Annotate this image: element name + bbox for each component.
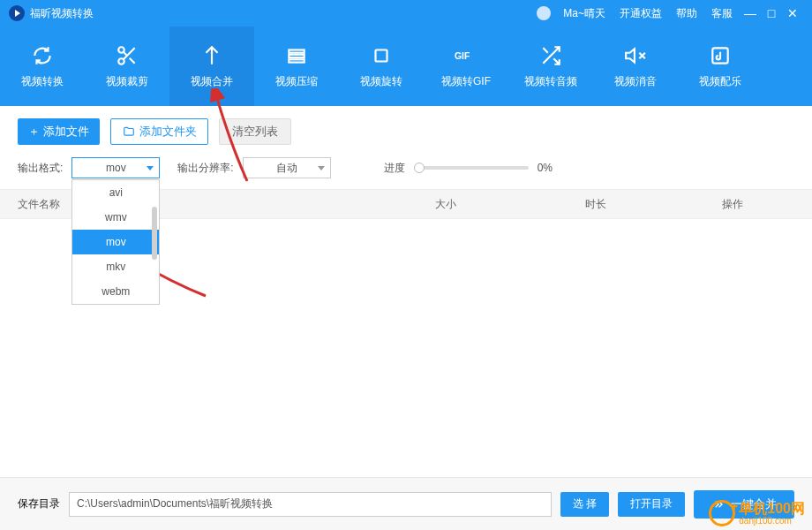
compress-icon xyxy=(285,44,308,67)
merge-icon xyxy=(200,44,223,67)
tab-gif[interactable]: GIF 视频转GIF xyxy=(424,26,508,106)
add-folder-button[interactable]: 添加文件夹 xyxy=(110,118,208,145)
resolution-label: 输出分辨率: xyxy=(177,161,233,176)
avatar[interactable] xyxy=(537,6,551,20)
chevron-down-icon xyxy=(147,166,154,170)
minimize-button[interactable]: — xyxy=(740,6,761,20)
option-mov[interactable]: mov xyxy=(72,230,159,254)
add-file-button[interactable]: ＋ 添加文件 xyxy=(18,118,100,145)
svg-rect-5 xyxy=(376,49,387,61)
shuffle-icon xyxy=(539,44,562,67)
choose-button[interactable]: 选 择 xyxy=(560,492,609,517)
tab-convert[interactable]: 视频转换 xyxy=(0,26,85,106)
clear-list-button[interactable]: 清空列表 xyxy=(219,118,291,145)
col-duration: 时长 xyxy=(521,197,671,212)
select-value: 自动 xyxy=(276,161,297,176)
open-dir-button[interactable]: 打开目录 xyxy=(618,492,685,517)
tab-music[interactable]: 视频配乐 xyxy=(678,26,763,106)
maximize-button[interactable]: □ xyxy=(761,6,782,20)
tab-rotate[interactable]: 视频旋转 xyxy=(339,26,424,106)
tab-label: 视频转GIF xyxy=(441,74,491,89)
format-select[interactable]: mov avi wmv mov mkv webm xyxy=(71,157,160,178)
watermark-icon xyxy=(709,500,735,526)
save-dir-label: 保存目录 xyxy=(18,496,60,511)
button-label: 添加文件夹 xyxy=(139,124,197,140)
col-filename: 文件名称 xyxy=(18,197,371,212)
plus-icon: ＋ xyxy=(28,124,40,140)
main-toolbar: 视频转换 视频裁剪 视频合并 视频压缩 视频旋转 GIF 视频转GIF 视频转音… xyxy=(0,26,812,106)
svg-rect-4 xyxy=(289,59,304,62)
option-avi[interactable]: avi xyxy=(72,180,159,205)
button-label: 添加文件 xyxy=(43,124,89,140)
tab-label: 视频压缩 xyxy=(275,74,318,89)
svg-text:GIF: GIF xyxy=(455,50,470,60)
chevron-down-icon xyxy=(318,166,325,170)
gif-icon: GIF xyxy=(455,44,477,67)
titlebar: 福昕视频转换 Ma~晴天 开通权益 帮助 客服 — □ ✕ xyxy=(0,0,812,26)
tab-label: 视频合并 xyxy=(191,74,233,89)
watermark-url: danji100.com xyxy=(739,516,805,526)
select-value: mov xyxy=(106,162,126,174)
app-logo-icon xyxy=(9,5,25,21)
watermark-text: 单机100网 xyxy=(739,502,805,516)
scissors-icon xyxy=(116,44,139,67)
link-help[interactable]: 帮助 xyxy=(676,6,697,21)
link-vip[interactable]: 开通权益 xyxy=(620,6,662,21)
params-row: 输出格式: mov avi wmv mov mkv webm 输出分辨率: 自动… xyxy=(0,157,812,189)
tab-label: 视频裁剪 xyxy=(106,74,148,89)
refresh-icon xyxy=(31,44,54,67)
tab-crop[interactable]: 视频裁剪 xyxy=(85,26,169,106)
slider-thumb[interactable] xyxy=(414,163,425,173)
progress-group: 进度 0% xyxy=(384,161,553,176)
format-label: 输出格式: xyxy=(18,161,63,176)
tab-label: 视频旋转 xyxy=(360,74,402,89)
tab-label: 视频转音频 xyxy=(524,74,577,89)
mute-icon xyxy=(624,44,647,67)
watermark: 单机100网 danji100.com xyxy=(709,500,805,526)
resolution-select[interactable]: 自动 xyxy=(243,157,331,178)
music-icon xyxy=(709,44,732,67)
app-title: 福昕视频转换 xyxy=(30,6,94,21)
tab-compress[interactable]: 视频压缩 xyxy=(254,26,339,106)
dropdown-scrollbar[interactable] xyxy=(152,207,157,260)
username[interactable]: Ma~晴天 xyxy=(563,6,605,21)
tab-label: 视频消音 xyxy=(614,74,657,89)
col-operation: 操作 xyxy=(671,197,794,212)
action-bar: ＋ 添加文件 添加文件夹 清空列表 xyxy=(0,106,812,157)
footer-bar: 保存目录 选 择 打开目录 一键合并 xyxy=(0,477,812,530)
progress-label: 进度 xyxy=(384,161,405,176)
format-dropdown: avi wmv mov mkv webm xyxy=(71,179,160,305)
tab-label: 视频配乐 xyxy=(699,74,741,89)
tab-mute[interactable]: 视频消音 xyxy=(593,26,678,106)
svg-rect-3 xyxy=(289,54,304,57)
option-webm[interactable]: webm xyxy=(72,279,159,304)
progress-percent: 0% xyxy=(538,162,553,174)
close-button[interactable]: ✕ xyxy=(782,6,803,20)
tab-label: 视频转换 xyxy=(21,74,64,89)
col-size: 大小 xyxy=(371,197,521,212)
svg-point-0 xyxy=(118,47,124,53)
svg-rect-2 xyxy=(289,49,304,52)
option-wmv[interactable]: wmv xyxy=(72,205,159,230)
tab-merge[interactable]: 视频合并 xyxy=(169,26,254,106)
link-service[interactable]: 客服 xyxy=(711,6,733,21)
option-mkv[interactable]: mkv xyxy=(72,254,159,279)
folder-icon xyxy=(122,125,136,138)
svg-point-1 xyxy=(118,58,124,64)
progress-slider[interactable] xyxy=(414,166,529,170)
save-path-input[interactable] xyxy=(69,492,552,517)
tab-audio[interactable]: 视频转音频 xyxy=(508,26,593,106)
rotate-icon xyxy=(370,44,393,67)
